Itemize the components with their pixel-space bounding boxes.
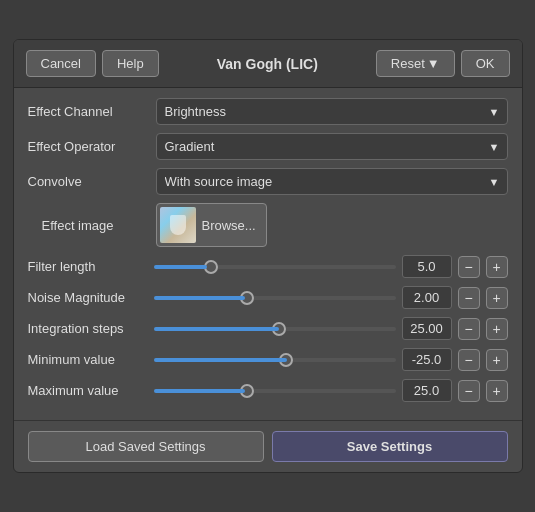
effect-channel-label: Effect Channel <box>28 104 148 119</box>
browse-button[interactable]: Browse... <box>156 203 267 247</box>
slider-increment-maximum-value[interactable]: + <box>486 380 508 402</box>
effect-operator-row: Effect Operator Gradient Sobel Laplacian… <box>28 133 508 160</box>
slider-row-integration-steps: Integration steps − + <box>28 317 508 340</box>
slider-decrement-minimum-value[interactable]: − <box>458 349 480 371</box>
effect-image-label: Effect image <box>42 218 148 233</box>
browse-label: Browse... <box>202 218 256 233</box>
slider-increment-minimum-value[interactable]: + <box>486 349 508 371</box>
slider-decrement-filter-length[interactable]: − <box>458 256 480 278</box>
effect-operator-select-wrapper: Gradient Sobel Laplacian ▼ <box>156 133 508 160</box>
slider-value-minimum-value[interactable] <box>402 348 452 371</box>
slider-row-minimum-value: Minimum value − + <box>28 348 508 371</box>
bottom-bar: Load Saved Settings Save Settings <box>14 420 522 472</box>
slider-label-maximum-value: Maximum value <box>28 383 148 398</box>
effect-image-row: Effect image Browse... <box>28 203 508 247</box>
slider-track-integration-steps <box>154 319 396 339</box>
toolbar: Cancel Help Van Gogh (LIC) Reset ▼ OK <box>14 40 522 88</box>
dialog-title: Van Gogh (LIC) <box>165 56 370 72</box>
effect-image-thumbnail <box>160 207 196 243</box>
slider-value-noise-magnitude[interactable] <box>402 286 452 309</box>
slider-row-noise-magnitude: Noise Magnitude − + <box>28 286 508 309</box>
chevron-down-icon: ▼ <box>427 56 440 71</box>
slider-increment-filter-length[interactable]: + <box>486 256 508 278</box>
slider-track-minimum-value <box>154 350 396 370</box>
slider-value-filter-length[interactable] <box>402 255 452 278</box>
effect-channel-select[interactable]: Brightness Saturation Hue <box>156 98 508 125</box>
convolve-select-wrapper: With source image With effect image ▼ <box>156 168 508 195</box>
slider-input-integration-steps[interactable] <box>154 327 396 331</box>
save-settings-button[interactable]: Save Settings <box>272 431 508 462</box>
slider-row-filter-length: Filter length − + <box>28 255 508 278</box>
slider-label-filter-length: Filter length <box>28 259 148 274</box>
slider-track-filter-length <box>154 257 396 277</box>
slider-row-maximum-value: Maximum value − + <box>28 379 508 402</box>
slider-input-filter-length[interactable] <box>154 265 396 269</box>
slider-increment-noise-magnitude[interactable]: + <box>486 287 508 309</box>
slider-value-integration-steps[interactable] <box>402 317 452 340</box>
cancel-button[interactable]: Cancel <box>26 50 96 77</box>
slider-decrement-noise-magnitude[interactable]: − <box>458 287 480 309</box>
slider-input-minimum-value[interactable] <box>154 358 396 362</box>
load-settings-button[interactable]: Load Saved Settings <box>28 431 264 462</box>
convolve-row: Convolve With source image With effect i… <box>28 168 508 195</box>
convolve-label: Convolve <box>28 174 148 189</box>
slider-label-minimum-value: Minimum value <box>28 352 148 367</box>
slider-value-maximum-value[interactable] <box>402 379 452 402</box>
slider-track-maximum-value <box>154 381 396 401</box>
effect-operator-label: Effect Operator <box>28 139 148 154</box>
slider-label-noise-magnitude: Noise Magnitude <box>28 290 148 305</box>
effect-channel-row: Effect Channel Brightness Saturation Hue… <box>28 98 508 125</box>
ok-button[interactable]: OK <box>461 50 510 77</box>
slider-track-noise-magnitude <box>154 288 396 308</box>
dialog: Cancel Help Van Gogh (LIC) Reset ▼ OK Ef… <box>13 39 523 473</box>
content-area: Effect Channel Brightness Saturation Hue… <box>14 88 522 420</box>
convolve-select[interactable]: With source image With effect image <box>156 168 508 195</box>
slider-decrement-integration-steps[interactable]: − <box>458 318 480 340</box>
sliders-container: Filter length − + Noise Magnitude − + In… <box>28 255 508 402</box>
effect-operator-select[interactable]: Gradient Sobel Laplacian <box>156 133 508 160</box>
slider-input-maximum-value[interactable] <box>154 389 396 393</box>
effect-channel-select-wrapper: Brightness Saturation Hue ▼ <box>156 98 508 125</box>
help-button[interactable]: Help <box>102 50 159 77</box>
slider-input-noise-magnitude[interactable] <box>154 296 396 300</box>
slider-label-integration-steps: Integration steps <box>28 321 148 336</box>
slider-increment-integration-steps[interactable]: + <box>486 318 508 340</box>
slider-decrement-maximum-value[interactable]: − <box>458 380 480 402</box>
reset-button[interactable]: Reset ▼ <box>376 50 455 77</box>
